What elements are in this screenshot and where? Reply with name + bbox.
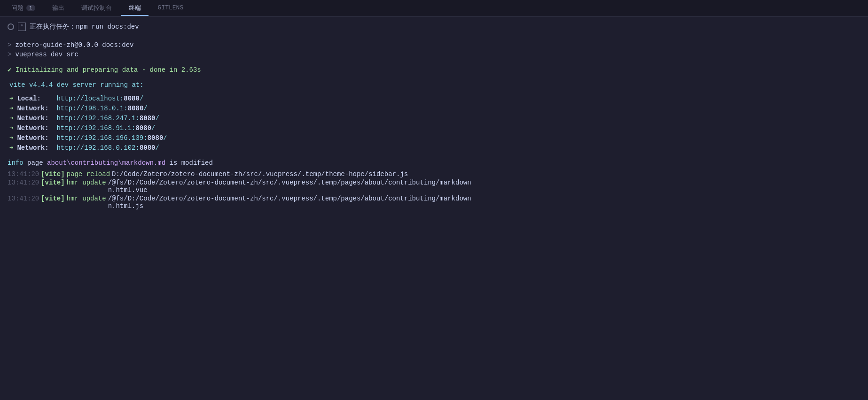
vite-arrow-network-5: ➜ xyxy=(9,144,13,152)
tab-debug-console-label: 调试控制台 xyxy=(81,4,112,12)
vite-section: vite v4.4.4 dev server running at: ➜ Loc… xyxy=(8,81,860,152)
log-vite-tag-1: [vite] xyxy=(41,170,64,178)
tab-terminal-label: 终端 xyxy=(129,4,141,12)
success-line: ✔ Initializing and preparing data - done… xyxy=(8,66,860,74)
log-text-2: /@fs/D:/Code/Zotero/zotero-document-zh/s… xyxy=(108,179,471,194)
task-line: * 正在执行任务：npm run docs:dev xyxy=(8,22,860,32)
vite-row-network-4: ➜ Network: http://192.168.196.139:8080/ xyxy=(8,134,860,142)
info-rest-text: is modified xyxy=(169,159,212,167)
log-text-1: D:/Code/Zotero/zotero-document-zh/src/.v… xyxy=(112,170,408,178)
tab-output-label: 输出 xyxy=(52,4,64,12)
prompt-arrow-2: > xyxy=(8,51,11,58)
log-time-2: 13:41:20 xyxy=(8,179,39,186)
vite-url-n4-prefix: http://192.168.196.139: xyxy=(56,134,147,142)
task-status-text: 正在执行任务：npm run docs:dev xyxy=(30,23,139,31)
log-time-1: 13:41:20 xyxy=(8,170,39,178)
tab-problems[interactable]: 问题 1 xyxy=(4,1,43,16)
tab-problems-badge: 1 xyxy=(26,5,35,11)
vite-arrow-network-2: ➜ xyxy=(9,114,13,122)
vite-url-n5-prefix: http://192.168.0.102: xyxy=(56,144,139,152)
vite-arrow-network-3: ➜ xyxy=(9,124,13,132)
task-asterisk-icon: * xyxy=(18,23,26,31)
vite-url-n3-prefix: http://192.168.91.1: xyxy=(56,124,135,132)
vite-header: vite v4.4.4 dev server running at: xyxy=(8,81,860,89)
log-action-2: hmr update xyxy=(67,179,106,186)
tab-gitlens-label: GITLENS xyxy=(158,4,184,11)
vite-row-network-5: ➜ Network: http://192.168.0.102:8080/ xyxy=(8,144,860,152)
info-page-text: page xyxy=(27,159,47,167)
vite-url-n2-prefix: http://192.168.247.1: xyxy=(56,115,139,122)
vite-label-network-2: Network: xyxy=(17,115,55,122)
vite-row-network-2: ➜ Network: http://192.168.247.1:8080/ xyxy=(8,114,860,122)
vite-url-network-1: http://198.18.0.1:8080/ xyxy=(56,105,147,112)
prompt-text-1: zotero-guide-zh@0.0.0 docs:dev xyxy=(15,41,133,49)
log-line-2: 13:41:20 [vite] hmr update /@fs/D:/Code/… xyxy=(8,179,860,194)
vite-url-network-3: http://192.168.91.1:8080/ xyxy=(56,124,155,132)
log-line-1: 13:41:20 [vite] page reload D:/Code/Zote… xyxy=(8,170,860,178)
vite-label-local: Local: xyxy=(17,95,55,102)
vite-label-network-1: Network: xyxy=(17,105,55,112)
log-action-3: hmr update xyxy=(67,195,106,202)
log-text-3: /@fs/D:/Code/Zotero/zotero-document-zh/s… xyxy=(108,195,471,210)
vite-row-network-3: ➜ Network: http://192.168.91.1:8080/ xyxy=(8,124,860,132)
tab-output[interactable]: 输出 xyxy=(45,1,72,16)
info-line: info page about\contributing\markdown.md… xyxy=(8,159,860,167)
tab-gitlens[interactable]: GITLENS xyxy=(150,1,191,15)
log-time-3: 13:41:20 xyxy=(8,195,39,202)
terminal-body[interactable]: * 正在执行任务：npm run docs:dev > zotero-guide… xyxy=(0,17,868,400)
vite-url-n2-suffix: / xyxy=(155,115,159,122)
vite-label-network-3: Network: xyxy=(17,124,55,132)
vite-url-n3-suffix: / xyxy=(151,124,155,132)
log-vite-tag-2: [vite] xyxy=(41,179,64,186)
vite-row-network-1: ➜ Network: http://198.18.0.1:8080/ xyxy=(8,104,860,112)
log-line-3: 13:41:20 [vite] hmr update /@fs/D:/Code/… xyxy=(8,195,860,210)
tab-problems-label: 问题 xyxy=(11,4,23,12)
vite-url-local: http://localhost:8080/ xyxy=(56,95,143,102)
vite-port-n3: 8080 xyxy=(135,124,151,132)
vite-port-n4: 8080 xyxy=(148,134,164,142)
info-path: about\contributing\markdown.md xyxy=(47,159,165,167)
tab-terminal[interactable]: 终端 xyxy=(121,1,149,16)
info-tag: info xyxy=(8,159,23,167)
log-vite-tag-3: [vite] xyxy=(41,195,64,202)
tab-bar: 问题 1 输出 调试控制台 终端 GITLENS xyxy=(0,0,868,17)
vite-arrow-network-4: ➜ xyxy=(9,134,13,142)
vite-row-local: ➜ Local: http://localhost:8080/ xyxy=(8,94,860,102)
vite-url-local-prefix: http://localhost: xyxy=(56,95,124,102)
vite-port-local: 8080 xyxy=(124,95,140,102)
vite-port-n1: 8080 xyxy=(128,105,144,112)
vite-label-network-4: Network: xyxy=(17,134,55,142)
vite-port-n5: 8080 xyxy=(140,144,156,152)
vite-url-network-4: http://192.168.196.139:8080/ xyxy=(56,134,167,142)
vite-url-network-5: http://192.168.0.102:8080/ xyxy=(56,144,159,152)
task-circle-icon xyxy=(8,23,14,30)
vite-label-network-5: Network: xyxy=(17,144,55,152)
vite-url-local-suffix: / xyxy=(140,95,143,102)
success-text: ✔ Initializing and preparing data - done… xyxy=(8,66,201,74)
vite-arrow-local: ➜ xyxy=(9,94,13,102)
log-action-1: page reload xyxy=(67,170,110,178)
vite-url-n1-suffix: / xyxy=(143,105,147,112)
vite-url-network-2: http://192.168.247.1:8080/ xyxy=(56,115,159,122)
prompt-section: > zotero-guide-zh@0.0.0 docs:dev > vuepr… xyxy=(8,41,860,58)
tab-debug-console[interactable]: 调试控制台 xyxy=(74,1,119,16)
vite-url-n5-suffix: / xyxy=(155,144,159,152)
vite-arrow-network-1: ➜ xyxy=(9,104,13,112)
vite-port-n2: 8080 xyxy=(140,115,156,122)
prompt-line-2: > vuepress dev src xyxy=(8,51,860,58)
prompt-line-1: > zotero-guide-zh@0.0.0 docs:dev xyxy=(8,41,860,49)
prompt-text-2: vuepress dev src xyxy=(15,51,78,58)
vite-url-n1-prefix: http://198.18.0.1: xyxy=(56,105,127,112)
vite-url-n4-suffix: / xyxy=(163,134,167,142)
prompt-arrow-1: > xyxy=(8,41,11,49)
